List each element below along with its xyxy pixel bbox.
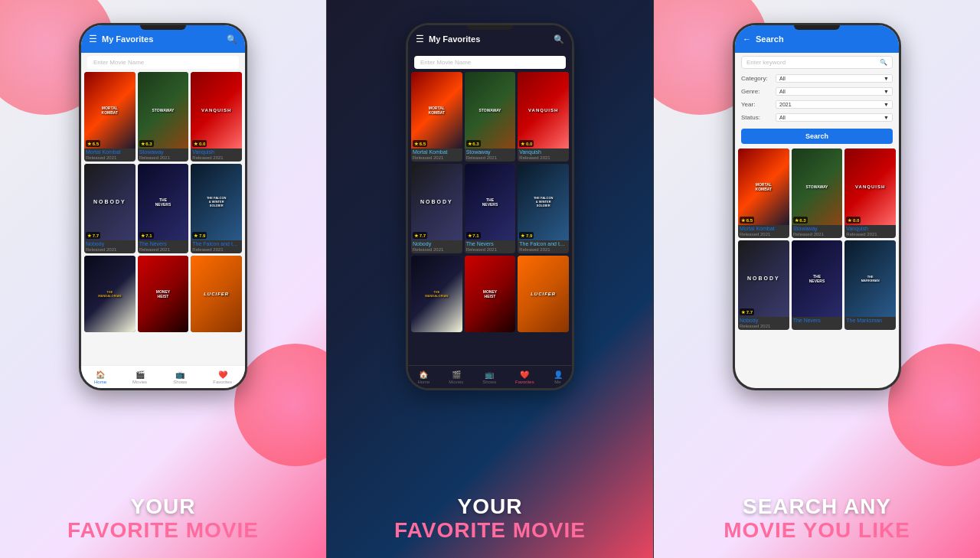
favorites-icon-1: ❤️ [218,370,227,379]
year-nb-1: Released 2021 [84,247,136,253]
search-button-3[interactable]: Search [741,129,893,144]
menu-icon-2[interactable]: ☰ [416,34,424,44]
year-mk-1: Released 2021 [84,155,136,162]
rating-mk-2: ★ 6.5 [413,140,427,147]
rating-sw-2: ★ 6.3 [466,140,481,147]
filter-year-select[interactable]: 2021 ▼ [776,100,893,109]
title-nb-2: Nobody [411,240,462,247]
phone-2: ☰ My Favorites 🔍 Enter Movie Name MORTAL… [406,23,574,390]
movie-card-sw-3[interactable]: STOWAWAY ★ 6.3 Stowaway Released 2021 [792,148,843,238]
chevron-down-genre: ▼ [884,89,889,94]
nav-shows-1[interactable]: 📺 Shows [173,370,187,384]
app-header-3: ← Search [735,25,899,53]
nav-favorites-1[interactable]: ❤️ Favorites [213,370,232,384]
nav-me-2[interactable]: 👤 Me [554,370,563,384]
nav-favorites-2[interactable]: ❤️ Favorites [515,370,534,384]
movie-card-mk2-3[interactable]: THEMARKSMAN The Marksman [844,240,896,330]
title-mk-3: Mortal Kombat [738,225,789,232]
filter-status: Status: All ▼ [735,111,899,124]
movie-card-vq-2[interactable]: VANQUISH ★ 0.0 Vanquish Released 2021 [518,72,569,162]
movie-card-mh-1[interactable]: MONEYHEIST [138,256,189,332]
poster-vq-2: VANQUISH ★ 0.0 [518,72,569,148]
year-nv-2: Released 2021 [465,247,516,253]
rating-fw-2: ★ 7.9 [519,232,534,239]
favorites-icon-2: ❤️ [520,370,529,379]
movie-card-vq-3[interactable]: VANQUISH ★ 0.0 Vanquish Released 2021 [844,148,896,238]
nav-favorites-label-2: Favorites [515,380,534,384]
bottom-nav-1: 🏠 Home 🎬 Movies 📺 Shows ❤️ Favorites [81,365,245,388]
filter-category-label: Category: [741,75,776,82]
year-fw-2: Released 2021 [518,247,569,253]
movie-card-lc-1[interactable]: LUCIFER [191,256,242,332]
movie-card-mk-1[interactable]: MORTALKOMBAT ★ 6.5 Mortal Kombat Release… [84,72,136,162]
caption-line1-1: YOUR [131,495,196,519]
filter-genre-select[interactable]: All ▼ [776,87,893,96]
year-vq-1: Released 2021 [191,155,242,162]
menu-icon-1[interactable]: ☰ [89,34,97,44]
year-sw-1: Released 2021 [138,155,189,162]
chevron-down-year: ▼ [884,102,889,107]
nav-home-1[interactable]: 🏠 Home [94,370,106,384]
filter-category-select[interactable]: All ▼ [776,74,893,83]
title-sw-3: Stowaway [792,225,843,232]
nav-home-label-2: Home [417,380,430,384]
movie-card-lc-2[interactable]: LUCIFER [518,256,569,332]
movie-card-nb-3[interactable]: NOBODY ★ 7.7 Nobody Released 2021 [738,240,789,330]
shows-icon-2: 📺 [485,370,494,379]
movie-card-sw-1[interactable]: STOWAWAY ★ 6.3 Stowaway Released 2021 [138,72,189,162]
filter-category-value: All [779,76,786,81]
movie-card-nv-2[interactable]: THENEVERS ★ 7.1 The Nevers Released 2021 [465,164,516,253]
chevron-down-category: ▼ [884,76,889,81]
nav-favorites-label-1: Favorites [213,380,232,384]
movie-card-nb-1[interactable]: NOBODY ★ 7.7 Nobody Released 2021 [84,164,136,253]
title-fw-1: The Falcon and the Winter Soldier [191,240,242,247]
movie-card-vq-1[interactable]: VANQUISH ★ 0.0 Vanquish Released 2021 [191,72,242,162]
panel-dark-favorites: ☰ My Favorites 🔍 Enter Movie Name MORTAL… [326,0,654,558]
caption-line2-2: FAVORITE MOVIE [394,519,586,543]
title-nv-3: The Nevers [792,317,843,324]
movie-card-fw-1[interactable]: THE FALCON& WINTERSOLDIER ★ 7.9 The Falc… [191,164,242,253]
movie-card-nv-3[interactable]: THENEVERS The Nevers [792,240,843,330]
movie-card-mk-3[interactable]: MORTALKOMBAT ★ 6.5 Mortal Kombat Release… [738,148,789,238]
header-title-3: Search [756,34,891,44]
search-icon-1[interactable]: 🔍 [227,34,237,44]
nav-movies-1[interactable]: 🎬 Movies [132,370,147,384]
search-bar-2[interactable]: Enter Movie Name [414,56,566,69]
decorative-blob-br-3 [888,344,980,466]
movie-card-mn-1[interactable]: THEMANDALORIAN [84,256,136,332]
back-icon-3[interactable]: ← [743,34,751,44]
poster-sw-1: STOWAWAY ★ 6.3 [138,72,189,148]
poster-vq-1: VANQUISH ★ 0.0 [191,72,242,148]
search-icon-2[interactable]: 🔍 [554,34,564,44]
movie-card-mk-2[interactable]: MORTALKOMBAT ★ 6.5 Mortal Kombat Release… [411,72,462,162]
phone-1: ☰ My Favorites 🔍 Enter Movie Name MORTAL… [79,23,247,390]
rating-vq-3: ★ 0.0 [846,217,861,224]
poster-mk-3: MORTALKOMBAT ★ 6.5 [738,148,789,225]
movie-card-fw-2[interactable]: THE FALCON& WINTERSOLDIER ★ 7.9 The Falc… [518,164,569,253]
rating-mk-1: ★ 6.5 [86,140,100,147]
poster-mn-2: THEMANDALORIAN [411,256,462,332]
poster-fw-2: THE FALCON& WINTERSOLDIER ★ 7.9 [518,164,569,240]
movie-card-nb-2[interactable]: NOBODY ★ 7.7 Nobody Released 2021 [411,164,462,253]
movie-grid-2: MORTALKOMBAT ★ 6.5 Mortal Kombat Release… [408,72,572,332]
poster-mh-2: MONEYHEIST [465,256,516,332]
search-bar-1[interactable]: Enter Movie Name [87,56,239,69]
nav-movies-2[interactable]: 🎬 Movies [449,370,463,384]
title-vq-1: Vanquish [191,148,242,155]
caption-area-1: YOUR FAVORITE MOVIE [0,466,326,558]
movie-card-mn-2[interactable]: THEMANDALORIAN [411,256,462,332]
nav-shows-label-1: Shows [173,380,187,384]
movie-card-nv-1[interactable]: THENEVERS ★ 7.1 The Nevers Released 2021 [138,164,189,253]
nav-shows-2[interactable]: 📺 Shows [482,370,496,384]
search-input-row-3[interactable]: Enter keyword 🔍 [741,56,893,69]
movie-card-sw-2[interactable]: STOWAWAY ★ 6.3 Stowaway Released 2021 [465,72,516,162]
search-keyword-placeholder[interactable]: Enter keyword [746,59,880,66]
rating-sw-1: ★ 6.3 [139,140,154,147]
movie-card-mh-2[interactable]: MONEYHEIST [465,256,516,332]
filter-category: Category: All ▼ [735,72,899,85]
filter-genre: Genre: All ▼ [735,85,899,98]
filter-status-select[interactable]: All ▼ [776,113,893,122]
panel-search: ← Search Enter keyword 🔍 Category: All ▼ [654,0,980,558]
nav-shows-label-2: Shows [482,380,496,384]
nav-home-2[interactable]: 🏠 Home [417,370,430,384]
